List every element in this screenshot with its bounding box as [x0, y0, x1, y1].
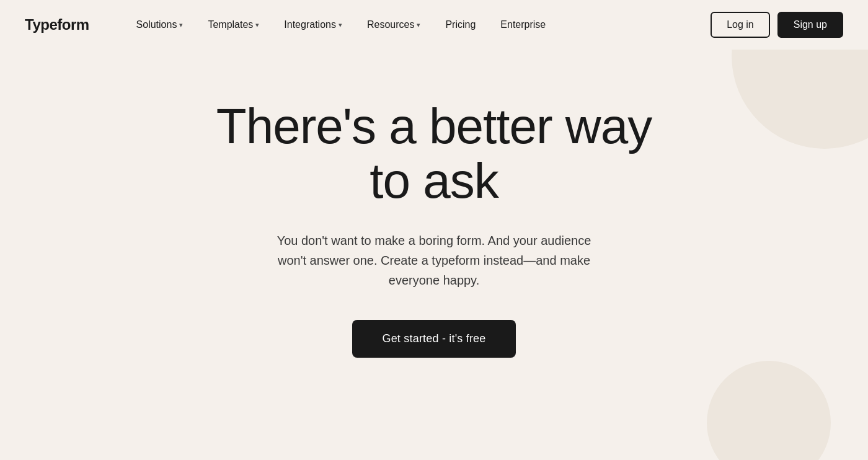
- nav-item-integrations[interactable]: Integrations ▾: [274, 14, 352, 35]
- login-button[interactable]: Log in: [711, 12, 770, 38]
- nav-templates-label: Templates: [208, 19, 253, 30]
- chevron-down-icon: ▾: [417, 21, 420, 29]
- brand-logo[interactable]: Typeform: [25, 16, 89, 33]
- chevron-down-icon: ▾: [179, 21, 183, 29]
- nav-item-enterprise[interactable]: Enterprise: [490, 14, 556, 35]
- chevron-down-icon: ▾: [255, 21, 259, 29]
- chevron-down-icon: ▾: [339, 21, 342, 29]
- hero-section: There's a better way to ask You don't wa…: [0, 50, 868, 395]
- nav-solutions-label: Solutions: [136, 19, 177, 30]
- nav-enterprise-label: Enterprise: [500, 19, 546, 30]
- signup-button[interactable]: Sign up: [777, 12, 843, 38]
- nav-pricing-label: Pricing: [445, 19, 476, 30]
- nav-item-templates[interactable]: Templates ▾: [198, 14, 269, 35]
- nav-resources-label: Resources: [367, 19, 414, 30]
- hero-title: There's a better way to ask: [211, 99, 657, 208]
- nav-item-resources[interactable]: Resources ▾: [357, 14, 430, 35]
- nav-item-pricing[interactable]: Pricing: [435, 14, 485, 35]
- nav-item-solutions[interactable]: Solutions ▾: [126, 14, 193, 35]
- nav-links: Solutions ▾ Templates ▾ Integrations ▾ R…: [126, 14, 711, 35]
- hero-subtitle: You don't want to make a boring form. An…: [273, 231, 595, 290]
- get-started-button[interactable]: Get started - it's free: [352, 320, 515, 358]
- nav-integrations-label: Integrations: [284, 19, 336, 30]
- navbar: Typeform Solutions ▾ Templates ▾ Integra…: [0, 0, 868, 50]
- nav-auth: Log in Sign up: [711, 12, 843, 38]
